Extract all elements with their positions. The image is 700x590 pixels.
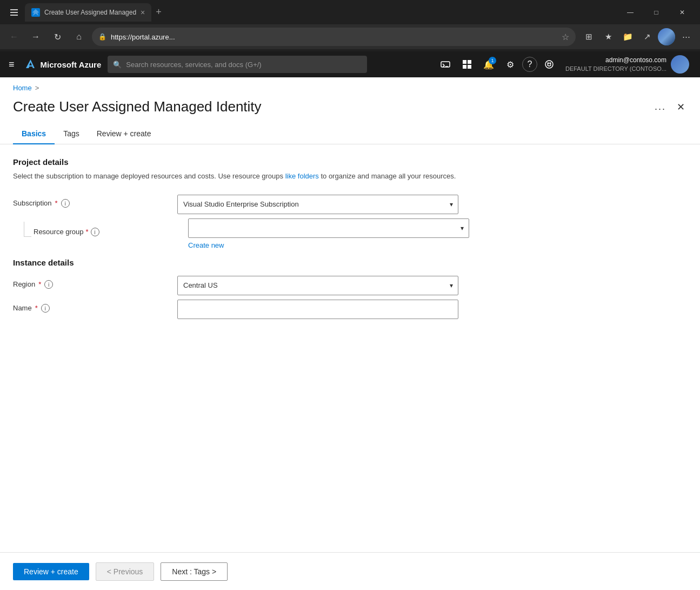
name-input[interactable] [177,300,458,319]
region-select[interactable]: Central US East US West US North Europe … [177,276,458,295]
svg-rect-0 [10,9,18,10]
azure-logo-text: Microsoft Azure [41,60,102,69]
svg-rect-4 [463,60,466,64]
subscription-row: Subscription * i Visual Studio Enterpris… [13,195,687,214]
svg-rect-7 [468,65,471,69]
address-bar-row: ← → ↻ ⌂ 🔒 https://portal.azure... ☆ ⊞ ★ … [0,24,700,49]
notification-badge: 1 [489,57,496,64]
instance-details-section: Instance details Region * i Central US E… [13,258,687,319]
svg-rect-2 [10,15,18,16]
page-footer: Review + create < Previous Next : Tags > [0,552,700,590]
page-title: Create User Assigned Managed Identity [13,98,644,115]
like-folders-link[interactable]: like folders [285,172,319,180]
name-label-col: Name * i [13,300,164,313]
region-required: * [38,280,41,288]
help-btn[interactable]: ? [522,57,537,72]
subscription-select[interactable]: Visual Studio Enterprise Subscription [177,195,458,214]
user-info-btn[interactable]: admin@contoso.com DEFAULT DIRECTORY (CON… [561,53,694,76]
resource-group-label-col: Resource group * i [24,218,175,237]
name-info-icon[interactable]: i [41,304,50,313]
create-new-resource-group-link[interactable]: Create new [188,241,224,249]
back-btn[interactable]: ← [5,28,23,45]
tab-area: Create User Assigned Managed × + [5,3,615,22]
user-directory: DEFAULT DIRECTORY (CONTOSO... [565,65,666,72]
region-row: Region * i Central US East US West US No… [13,276,687,295]
browser-menu-btn[interactable]: ⋯ [677,28,695,45]
subscription-control-col: Visual Studio Enterprise Subscription ▾ [177,195,458,214]
svg-point-10 [550,63,551,64]
region-label-col: Region * i [13,276,164,289]
page-header: Create User Assigned Managed Identity ..… [0,96,700,124]
maximize-btn[interactable]: □ [644,4,669,21]
browser-profile-avatar[interactable] [658,28,675,45]
browser-tab-active[interactable]: Create User Assigned Managed × [25,3,151,22]
svg-rect-5 [468,60,471,64]
tab-review-create[interactable]: Review + create [88,124,160,144]
azure-search-bar[interactable]: 🔍 Search resources, services, and docs (… [108,56,367,73]
notifications-btn[interactable]: 🔔 1 [479,55,498,74]
star-icon[interactable]: ☆ [562,32,569,42]
collections-btn[interactable]: 📁 [619,28,636,45]
settings-btn[interactable]: ⚙ [501,55,520,74]
next-tags-btn[interactable]: Next : Tags > [161,562,228,581]
svg-point-9 [548,63,549,64]
search-icon: 🔍 [113,61,122,69]
resource-group-control-col: ▾ Create new [188,218,469,249]
user-name: admin@contoso.com DEFAULT DIRECTORY (CON… [565,56,666,72]
tab-close-btn[interactable]: × [141,9,145,16]
share-btn[interactable]: ↗ [638,28,656,45]
header-actions: 🔔 1 ⚙ ? admin@contoso.com DEFAULT DIRECT… [436,53,694,76]
breadcrumb-home-link[interactable]: Home [13,84,32,92]
more-actions-btn[interactable]: ... [650,99,670,115]
tab-favicon [31,8,40,17]
lock-icon: 🔒 [98,33,106,41]
project-details-title: Project details [13,157,687,167]
address-bar[interactable]: 🔒 https://portal.azure... ☆ [92,28,576,46]
project-details-desc: Select the subscription to manage deploy… [13,171,687,182]
resource-group-info-icon[interactable]: i [91,228,99,236]
feedback-btn[interactable] [539,55,559,74]
browser-actions: ⊞ ★ 📁 ↗ ⋯ [580,28,695,45]
name-required: * [35,304,38,312]
cloud-shell-btn[interactable] [436,55,455,74]
extensions-btn[interactable]: ⊞ [580,28,597,45]
region-info-icon[interactable]: i [44,280,53,289]
favorites-btn[interactable]: ★ [599,28,617,45]
portal-menu-btn[interactable] [457,55,477,74]
subscription-info-icon[interactable]: i [61,199,70,208]
resource-group-required: * [86,228,89,236]
resource-group-select[interactable] [188,218,469,238]
page-close-btn[interactable]: ✕ [675,99,687,115]
svg-rect-6 [463,65,466,69]
tab-basics[interactable]: Basics [13,124,55,144]
svg-rect-1 [10,12,18,13]
home-btn[interactable]: ⌂ [70,28,88,45]
region-label: Region [13,280,35,288]
forward-btn[interactable]: → [27,28,44,45]
instance-details-title: Instance details [13,258,687,267]
review-create-btn[interactable]: Review + create [13,563,89,580]
region-control-col: Central US East US West US North Europe … [177,276,458,295]
address-text: https://portal.azure... [111,33,557,41]
azure-header: ≡ Microsoft Azure 🔍 Search resources, se… [0,51,700,77]
project-details-section: Project details Select the subscription … [13,157,687,249]
refresh-btn[interactable]: ↻ [49,28,66,45]
minimize-btn[interactable]: — [618,4,643,21]
title-bar: Create User Assigned Managed × + — □ ✕ [0,0,700,24]
name-control-col [177,300,458,319]
search-placeholder: Search resources, services, and docs (G+… [126,61,261,69]
close-window-btn[interactable]: ✕ [670,4,695,21]
svg-point-8 [545,61,553,68]
tab-tags[interactable]: Tags [55,124,88,144]
azure-logo: Microsoft Azure [23,58,102,71]
tree-connector [24,222,31,237]
breadcrumb: Home > [0,77,700,96]
main-content: Home > Create User Assigned Managed Iden… [0,77,700,590]
subscription-select-wrapper: Visual Studio Enterprise Subscription ▾ [177,195,458,214]
hamburger-menu-btn[interactable]: ≡ [6,57,17,72]
sidebar-toggle-btn[interactable] [5,4,23,21]
previous-btn[interactable]: < Previous [96,562,155,581]
new-tab-btn[interactable]: + [154,4,164,20]
subscription-label-col: Subscription * i [13,195,164,208]
tab-title: Create User Assigned Managed [44,9,136,16]
